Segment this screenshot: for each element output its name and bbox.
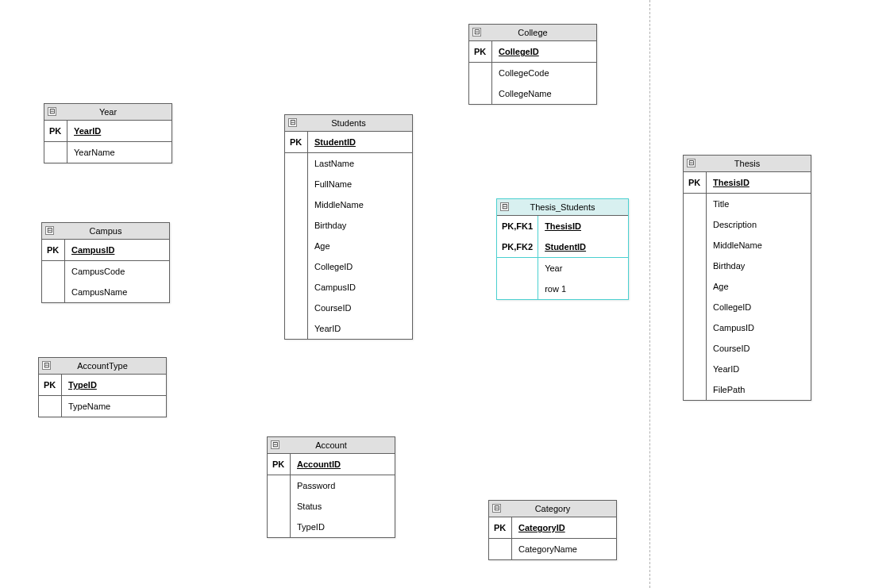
- entity-college-title: College: [518, 28, 547, 37]
- pk-label: PK,FK2: [497, 236, 538, 258]
- entity-attr: CourseID: [308, 298, 412, 318]
- entity-students-header: ⊟ Students: [285, 115, 412, 132]
- entity-attr: CampusID: [707, 317, 811, 338]
- pk-label: PK: [489, 517, 511, 539]
- collapse-icon[interactable]: ⊟: [687, 159, 696, 167]
- entity-attr: Age: [707, 276, 811, 297]
- collapse-icon[interactable]: ⊟: [42, 361, 51, 370]
- entity-campus-header: ⊟ Campus: [42, 223, 169, 240]
- entity-attr: Year: [538, 258, 628, 279]
- entity-campus[interactable]: ⊟ Campus PK CampusID CampusCode CampusNa…: [41, 222, 170, 303]
- key-spacer: [39, 396, 61, 417]
- key-spacer: [285, 153, 307, 174]
- pk-attr: CategoryID: [512, 517, 616, 539]
- entity-attr: Status: [291, 496, 395, 517]
- key-spacer: [285, 194, 307, 215]
- entity-attr: Birthday: [707, 256, 811, 276]
- entity-year-header: ⊟ Year: [44, 104, 171, 121]
- entity-year[interactable]: ⊟ Year PK YearID YearName: [44, 103, 172, 163]
- entity-attr: CollegeID: [308, 256, 412, 277]
- collapse-icon[interactable]: ⊟: [492, 504, 501, 513]
- entity-attr: TypeName: [62, 396, 166, 417]
- key-spacer: [684, 297, 706, 317]
- entity-attr: CampusName: [65, 282, 169, 302]
- key-spacer: [268, 475, 290, 496]
- pk-label: PK: [684, 172, 706, 194]
- pk-attr: ThesisID: [538, 216, 628, 236]
- pk-attr: CollegeID: [492, 41, 596, 63]
- entity-attr: CampusCode: [65, 261, 169, 282]
- key-spacer: [684, 235, 706, 256]
- entity-attr: CampusID: [308, 277, 412, 298]
- key-spacer: [489, 539, 511, 559]
- entity-attr: CollegeID: [707, 297, 811, 317]
- key-spacer: [285, 318, 307, 339]
- entity-college[interactable]: ⊟ College PK CollegeID CollegeCode Colle…: [468, 24, 597, 105]
- key-spacer: [684, 256, 706, 276]
- collapse-icon[interactable]: ⊟: [288, 118, 297, 127]
- entity-category-title: Category: [535, 504, 571, 513]
- entity-thesis-title: Thesis: [734, 159, 760, 168]
- entity-attr: CollegeCode: [492, 63, 596, 83]
- key-spacer: [469, 63, 491, 83]
- entity-accounttype[interactable]: ⊟ AccountType PK TypeID TypeName: [38, 357, 167, 417]
- entity-attr: YearID: [308, 318, 412, 339]
- pk-label: PK: [39, 375, 61, 396]
- pk-label: PK: [44, 121, 67, 142]
- key-spacer: [285, 298, 307, 318]
- entity-attr: Title: [707, 194, 811, 214]
- entity-attr: CourseID: [707, 338, 811, 359]
- entity-attr: MiddleName: [308, 194, 412, 215]
- entity-attr: TypeID: [291, 517, 395, 537]
- key-spacer: [684, 317, 706, 338]
- pk-attr: CampusID: [65, 240, 169, 261]
- pk-attr: ThesisID: [707, 172, 811, 194]
- key-spacer: [684, 214, 706, 235]
- entity-thesis-students-header: ⊟ Thesis_Students: [497, 199, 628, 216]
- entity-attr: CategoryName: [512, 539, 616, 559]
- collapse-icon[interactable]: ⊟: [500, 202, 509, 211]
- entity-students-title: Students: [331, 118, 365, 128]
- entity-thesis-header: ⊟ Thesis: [684, 156, 811, 172]
- key-spacer: [285, 256, 307, 277]
- entity-attr: FilePath: [707, 379, 811, 400]
- key-spacer: [285, 174, 307, 194]
- collapse-icon[interactable]: ⊟: [271, 440, 279, 449]
- entity-category-header: ⊟ Category: [489, 501, 616, 517]
- entity-attr: MiddleName: [707, 235, 811, 256]
- entity-account-title: Account: [315, 440, 347, 450]
- entity-thesis-students[interactable]: ⊟ Thesis_Students PK,FK1 PK,FK2 ThesisID…: [496, 198, 629, 300]
- entity-students[interactable]: ⊟ Students PK StudentID LastName FullNam…: [284, 114, 413, 340]
- entity-category[interactable]: ⊟ Category PK CategoryID CategoryName: [488, 500, 617, 560]
- entity-attr: LastName: [308, 153, 412, 174]
- key-spacer: [285, 277, 307, 298]
- key-spacer: [684, 359, 706, 379]
- key-spacer: [42, 282, 64, 302]
- entity-thesis-students-title: Thesis_Students: [530, 202, 595, 212]
- pk-attr: TypeID: [62, 375, 166, 396]
- collapse-icon[interactable]: ⊟: [45, 226, 54, 235]
- entity-attr: Description: [707, 214, 811, 235]
- entity-attr: CollegeName: [492, 83, 596, 104]
- collapse-icon[interactable]: ⊟: [472, 28, 481, 37]
- pk-attr: YearID: [67, 121, 171, 142]
- key-spacer: [684, 379, 706, 400]
- entity-year-title: Year: [99, 107, 117, 117]
- entity-attr: Age: [308, 236, 412, 256]
- key-spacer: [42, 261, 64, 282]
- entity-accounttype-title: AccountType: [77, 361, 128, 371]
- entity-account[interactable]: ⊟ Account PK AccountID Password Status T…: [267, 436, 395, 538]
- entity-attr: Birthday: [308, 215, 412, 236]
- collapse-icon[interactable]: ⊟: [48, 107, 56, 116]
- key-spacer: [285, 215, 307, 236]
- vertical-guide: [649, 0, 650, 588]
- entity-attr: FullName: [308, 174, 412, 194]
- pk-label: PK: [285, 132, 307, 153]
- entity-attr: YearID: [707, 359, 811, 379]
- key-spacer: [684, 338, 706, 359]
- entity-thesis[interactable]: ⊟ Thesis PK ThesisID Title Description M…: [683, 155, 811, 401]
- entity-college-header: ⊟ College: [469, 25, 596, 41]
- pk-label: PK: [469, 41, 491, 63]
- key-spacer: [497, 279, 538, 299]
- key-spacer: [268, 496, 290, 517]
